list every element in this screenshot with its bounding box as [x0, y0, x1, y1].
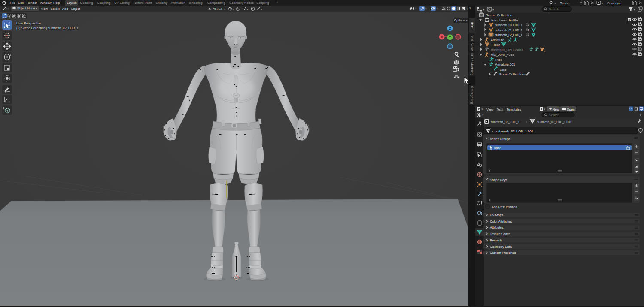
svg-text:▾: ▾	[492, 8, 494, 11]
svg-text:submesh_02_LOD_1: submesh_02_LOD_1	[495, 33, 522, 37]
svg-text:›: ›	[526, 120, 527, 124]
svg-text:submesh_01_LOD_1: submesh_01_LOD_1	[495, 28, 522, 32]
svg-text:Z: Z	[449, 27, 451, 30]
svg-text:z: z	[544, 50, 546, 52]
svg-text:▾: ▾	[224, 8, 226, 11]
svg-text:ViewLayer: ViewLayer	[607, 1, 622, 5]
svg-text:base: base	[500, 68, 507, 72]
svg-text:Custom Properties: Custom Properties	[490, 251, 516, 255]
svg-text:Global: Global	[213, 7, 222, 11]
svg-text:▾: ▾	[437, 7, 438, 10]
svg-text:tuto_beer_bottle: tuto_beer_bottle	[491, 18, 518, 22]
svg-text:Search: Search	[549, 7, 559, 11]
svg-text:Templates: Templates	[507, 108, 521, 111]
svg-text:submesh_00_LOD_1: submesh_00_LOD_1	[495, 23, 522, 27]
svg-text:Mannequin_SkeLIGNORE: Mannequin_SkeLIGNORE	[491, 48, 524, 52]
svg-text:▾: ▾	[261, 8, 263, 11]
svg-text:submesh_02_LOD_1.001: submesh_02_LOD_1.001	[496, 129, 533, 133]
svg-text:Add Rest Position: Add Rest Position	[492, 205, 517, 209]
svg-text:New: New	[553, 108, 559, 111]
svg-text:▾: ▾	[415, 7, 417, 10]
svg-text:Attributes: Attributes	[490, 226, 504, 229]
svg-text:▾: ▾	[492, 130, 493, 133]
svg-text:Armature: Armature	[491, 38, 504, 42]
svg-text:Texture Space: Texture Space	[490, 232, 510, 236]
svg-text:Y: Y	[449, 36, 451, 39]
svg-text:Scene: Scene	[560, 1, 569, 5]
svg-text:Search: Search	[549, 113, 559, 117]
svg-text:Text: Text	[497, 108, 503, 111]
svg-text:Scene Collection: Scene Collection	[486, 13, 512, 17]
svg-text:▾: ▾	[634, 8, 635, 11]
svg-text:Bone Collections: Bone Collections	[499, 72, 526, 76]
svg-text:Armature.001: Armature.001	[495, 63, 515, 66]
svg-text:Vertex Groups: Vertex Groups	[490, 137, 510, 141]
svg-text:Pose: Pose	[495, 58, 502, 62]
svg-text:▾: ▾	[232, 8, 234, 11]
svg-text:submesh_02_LOD_1: submesh_02_LOD_1	[491, 120, 519, 124]
svg-text:Open: Open	[567, 108, 574, 111]
svg-text:▾: ▾	[247, 8, 249, 11]
svg-text:▾: ▾	[425, 7, 427, 10]
svg-text:▾: ▾	[640, 114, 641, 117]
svg-text:▾: ▾	[481, 108, 483, 111]
svg-text:▾: ▾	[7, 7, 9, 10]
svg-text:Shape Keys: Shape Keys	[490, 178, 507, 182]
svg-text:base: base	[494, 146, 501, 150]
svg-text:View: View	[486, 108, 494, 111]
svg-text:Floor: Floor	[492, 43, 500, 47]
svg-text:X: X	[440, 35, 443, 39]
svg-text:▾: ▾	[601, 2, 603, 5]
svg-text:▾: ▾	[482, 114, 484, 117]
svg-text:submesh_02_LOD_1.001: submesh_02_LOD_1.001	[537, 120, 571, 124]
svg-text:▾: ▾	[483, 8, 485, 11]
svg-text:Prop_DONT_POSE: Prop_DONT_POSE	[491, 53, 514, 57]
svg-text:Remesh: Remesh	[490, 238, 502, 242]
svg-text:▾: ▾	[544, 108, 546, 111]
svg-text:▾: ▾	[554, 2, 556, 5]
svg-text:Geometry Data: Geometry Data	[490, 245, 512, 249]
svg-text:Color Attributes: Color Attributes	[490, 220, 512, 223]
svg-text:UV Maps: UV Maps	[490, 213, 503, 217]
